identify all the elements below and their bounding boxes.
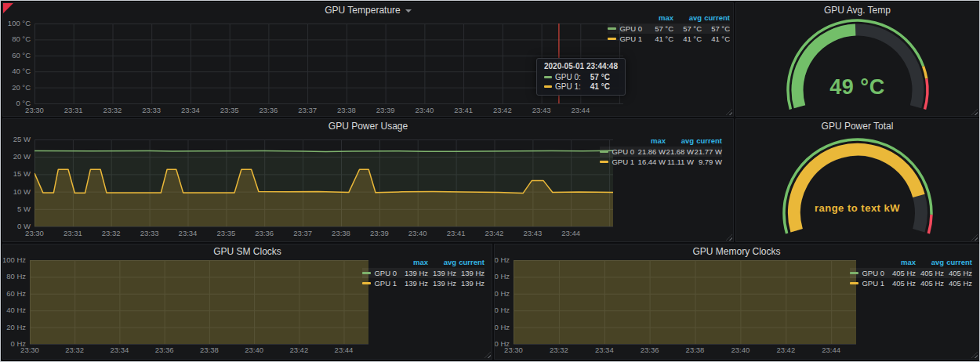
- y-tick-label: 20 °C: [12, 83, 31, 92]
- y-tick-label: 80 Hz: [495, 272, 510, 281]
- legend-series-gpu-1[interactable]: GPU 1: [850, 278, 887, 289]
- panel-gpu-sm-clocks: GPU SM Clocks 0 Hz20 Hz40 Hz60 Hz80 Hz10…: [2, 244, 492, 360]
- x-tick-label: 23:36: [260, 106, 278, 114]
- x-tick-label: 23:32: [103, 106, 122, 114]
- legend-series-label: GPU 0: [374, 268, 397, 279]
- x-tick-label: 23:34: [179, 229, 198, 237]
- legend-stat-avg: 41 °C: [673, 34, 702, 45]
- x-tick-label: 23:36: [641, 346, 659, 354]
- legend-stat-current: 139 Hz: [456, 278, 485, 289]
- gpu-avg-temp-gauge: [736, 16, 978, 118]
- y-tick-label: 40 Hz: [6, 306, 26, 314]
- panel-header-gpu-temperature[interactable]: GPU Temperature: [3, 3, 733, 17]
- series-fill-gpu-1: [30, 244, 368, 344]
- legend-series-gpu-0[interactable]: GPU 0: [600, 147, 637, 157]
- legend-header-current[interactable]: current: [694, 136, 722, 147]
- y-tick-label: 20 Hz: [495, 323, 510, 331]
- x-tick-label: 23:37: [293, 229, 312, 237]
- gpu-sm-clocks-legend: maxavgcurrentGPU 0139 Hz139 Hz139 HzGPU …: [362, 257, 485, 289]
- legend-series-label: GPU 0: [612, 147, 634, 157]
- x-tick-label: 23:40: [416, 106, 434, 114]
- legend-stat-max: 16.44 W: [637, 157, 666, 168]
- legend-stat-current: 405 Hz: [944, 278, 972, 289]
- panel-header-gpu-power-total[interactable]: GPU Power Total: [736, 119, 978, 133]
- legend-header-avg[interactable]: avg: [666, 136, 694, 147]
- legend-stat-avg: 21.68 W: [666, 147, 694, 157]
- x-tick-label: 23:32: [102, 229, 121, 237]
- legend-series-label: GPU 1: [862, 278, 884, 289]
- legend-series-gpu-1[interactable]: GPU 1: [600, 157, 637, 168]
- panel-error-corner-icon[interactable]: [3, 3, 13, 13]
- gauge-value: range to text kW: [736, 202, 978, 214]
- legend-header-max[interactable]: max: [637, 136, 666, 147]
- legend-stat-max: 139 Hz: [400, 278, 428, 289]
- legend-series-gpu-0[interactable]: GPU 0: [362, 268, 400, 279]
- legend-series-gpu-0[interactable]: GPU 0: [608, 24, 645, 34]
- legend-header-current[interactable]: current: [456, 257, 485, 268]
- legend-header-current[interactable]: current: [944, 257, 972, 268]
- panel-header-gpu-avg-temp[interactable]: GPU Avg. Temp: [736, 3, 978, 17]
- tooltip-series-label: GPU 0:: [555, 73, 581, 81]
- panel-gpu-memory-clocks: GPU Memory Clocks 0 Hz20 Hz40 Hz60 Hz80 …: [494, 244, 979, 360]
- gpu-temperature-legend: maxavgcurrentGPU 057 °C57 °C57 °CGPU 141…: [608, 13, 730, 45]
- legend-stat-max: 21.86 W: [637, 147, 666, 157]
- legend-stat-current: 57 °C: [702, 24, 730, 34]
- legend-series-label: GPU 1: [619, 34, 642, 45]
- tooltip-series-value: 41 °C: [590, 82, 610, 91]
- legend-stat-avg: 139 Hz: [428, 268, 456, 279]
- panel-header-gpu-power-usage[interactable]: GPU Power Usage: [3, 119, 733, 133]
- gauge-threshold-arc: [928, 215, 931, 233]
- legend-series-label: GPU 0: [619, 24, 642, 34]
- series-color-swatch: [850, 282, 858, 284]
- series-color-swatch: [362, 272, 371, 274]
- legend-stat-max: 41 °C: [645, 34, 673, 45]
- gpu-memory-clocks-legend: maxavgcurrentGPU 0405 Hz405 Hz405 HzGPU …: [850, 257, 972, 289]
- x-tick-label: 23:44: [571, 106, 590, 114]
- legend-series-label: GPU 1: [374, 278, 397, 289]
- chevron-down-icon[interactable]: [405, 9, 412, 13]
- panel-title-text: GPU Power Usage: [328, 121, 408, 132]
- legend-header-max[interactable]: max: [400, 257, 428, 268]
- legend-series-gpu-1[interactable]: GPU 1: [362, 278, 400, 289]
- legend-series-label: GPU 1: [612, 157, 634, 168]
- legend-series-gpu-0[interactable]: GPU 0: [850, 268, 887, 279]
- x-tick-label: 23:39: [376, 106, 395, 114]
- tooltip-series-row: GPU 0:57 °C: [544, 73, 618, 81]
- x-tick-label: 23:38: [200, 346, 219, 354]
- tooltip-series-row: GPU 1:41 °C: [544, 82, 618, 91]
- legend-stat-current: 9.79 W: [694, 157, 722, 168]
- x-tick-label: 23:43: [524, 229, 543, 237]
- legend-header-max[interactable]: max: [887, 257, 916, 268]
- grafana-dashboard: GPU Temperature 0 °C20 °C40 °C60 °C80 °C…: [0, 0, 980, 362]
- legend-stat-current: 41 °C: [702, 34, 730, 45]
- gpu-power-usage-legend: maxavgcurrentGPU 021.86 W21.68 W21.77 WG…: [600, 136, 722, 168]
- legend-stat-avg: 405 Hz: [916, 278, 944, 289]
- legend-series-gpu-1[interactable]: GPU 1: [608, 34, 645, 45]
- x-tick-label: 23:41: [447, 229, 466, 237]
- panel-header-gpu-memory-clocks[interactable]: GPU Memory Clocks: [495, 244, 978, 259]
- series-color-swatch: [544, 85, 552, 88]
- x-tick-label: 23:39: [370, 229, 389, 237]
- series-color-swatch: [600, 150, 608, 153]
- x-tick-label: 23:38: [686, 346, 705, 354]
- y-tick-label: 25 W: [13, 135, 31, 143]
- y-tick-label: 10 W: [13, 187, 31, 196]
- gauge-value: 49 °C: [736, 75, 978, 100]
- legend-stat-current: 21.77 W: [694, 147, 722, 157]
- x-tick-label: 23:30: [20, 346, 39, 354]
- x-tick-label: 23:40: [245, 346, 263, 354]
- legend-stat-max: 405 Hz: [887, 268, 916, 279]
- x-tick-label: 23:38: [332, 229, 350, 237]
- legend-header-avg[interactable]: avg: [916, 257, 944, 268]
- x-tick-label: 23:42: [776, 346, 795, 354]
- x-tick-label: 23:32: [65, 346, 84, 354]
- y-tick-label: 60 Hz: [495, 289, 510, 298]
- legend-header-avg[interactable]: avg: [428, 257, 456, 268]
- legend-stat-avg: 11.11 W: [666, 157, 694, 168]
- x-tick-label: 23:43: [532, 106, 551, 114]
- y-tick-label: 40 Hz: [495, 306, 510, 314]
- panel-gpu-power-total: GPU Power Total range to text kW: [735, 118, 979, 242]
- x-tick-label: 23:42: [485, 229, 504, 237]
- panel-header-gpu-sm-clocks[interactable]: GPU SM Clocks: [3, 244, 492, 259]
- tooltip-timestamp: 2020-05-01 23:44:48: [544, 62, 618, 71]
